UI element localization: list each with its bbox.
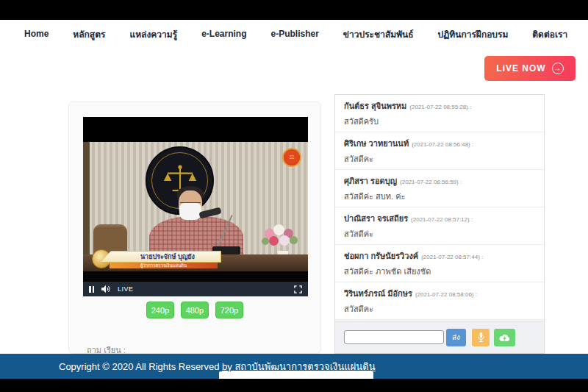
- chat-input[interactable]: [344, 330, 444, 344]
- speaker-title-banner: ผู้ว่าการตรวจเงินแผ่นดิน: [110, 263, 218, 268]
- chat-timestamp: (2021-07-22 08:57:12) :: [411, 216, 473, 223]
- chat-message: ศิริเกษ วาทยานนท์(2021-07-22 08:56:48) :…: [335, 132, 544, 170]
- microphone-icon: [477, 332, 485, 343]
- nav-item[interactable]: ติดต่อเรา: [532, 27, 567, 41]
- video-player[interactable]: ⚖: [83, 117, 308, 296]
- nav-item[interactable]: e-Publisher: [271, 29, 319, 39]
- broadcast-logo-icon: ⚖: [282, 148, 301, 167]
- chat-message: ปาณิสรา จรเสถียร(2021-07-22 08:57:12) : …: [335, 207, 544, 245]
- nav-item[interactable]: ปฏิทินการฝึกอบรม: [438, 27, 509, 41]
- video-letterbox-top: [83, 117, 308, 142]
- nav-item[interactable]: ข่าวประชาสัมพันธ์: [343, 27, 414, 41]
- top-navbar: Homeหลักสูตรแหล่งความรู้e-Learninge-Publ…: [0, 20, 588, 48]
- copyright-text: Copyright © 2020 All Rights Reserved: [59, 361, 219, 372]
- chat-timestamp: (2021-07-22 08:57:44) :: [421, 254, 483, 260]
- cloud-upload-icon: [498, 333, 511, 342]
- page: Homeหลักสูตรแหล่งความรู้e-Learninge-Publ…: [0, 0, 588, 392]
- chat-author: ช่อผกา กรัษนัยรวิวงค์: [344, 252, 418, 260]
- chat-author: ปาณิสรา จรเสถียร: [344, 214, 408, 223]
- speaker-name: นายประจักษ์ บุญยัง: [127, 252, 195, 262]
- bottom-letterbox: [0, 379, 588, 392]
- video-letterbox-bottom: [83, 271, 308, 282]
- chat-author: ศุภิสรา รอดบุญ: [344, 177, 397, 185]
- send-button[interactable]: ส่ง: [446, 329, 466, 346]
- video-controls-bar: LIVE: [83, 282, 308, 296]
- quality-button[interactable]: 480p: [181, 302, 209, 318]
- chat-text: สวัสดีค่ะ สบท. ค่ะ: [344, 190, 535, 203]
- chat-timestamp: (2021-07-22 08:55:28) :: [409, 104, 471, 110]
- pause-icon[interactable]: [89, 286, 94, 293]
- chat-author: ศิริเกษ วาทยานนท์: [344, 139, 409, 148]
- chat-message: ศุภิสรา รอดบุญ(2021-07-22 08:56:59) : สว…: [335, 170, 544, 207]
- quality-button[interactable]: 240p: [146, 302, 174, 318]
- nav-item[interactable]: แหล่งความรู้: [129, 27, 177, 41]
- speaker-name-banner: นายประจักษ์ บุญยัง: [101, 251, 221, 263]
- chat-timestamp: (2021-07-22 08:58:06) :: [415, 291, 477, 298]
- chat-author: วิรินทร์ภรณ์ มีอักษร: [344, 289, 412, 298]
- microphone-button[interactable]: [472, 329, 490, 346]
- upload-button[interactable]: [494, 329, 515, 346]
- video-card: ⚖: [68, 101, 321, 354]
- chat-message: กันต์ธร สุจินพรหม(2021-07-22 08:55:28) :…: [335, 95, 544, 132]
- quality-button[interactable]: 720p: [215, 302, 243, 318]
- chat-text: สวัสดีครับ: [344, 115, 535, 128]
- nav-item[interactable]: หลักสูตร: [73, 27, 105, 41]
- live-now-label: LiVE NOW: [496, 63, 545, 74]
- video-scene: ⚖: [83, 142, 308, 271]
- speaker-face-mask: [179, 203, 201, 220]
- chat-text: สวัสดีคะ: [344, 302, 535, 316]
- volume-icon[interactable]: [101, 285, 111, 293]
- chat-message: วิรินทร์ภรณ์ มีอักษร(2021-07-22 08:58:06…: [335, 282, 544, 320]
- nav-item[interactable]: Home: [24, 29, 49, 39]
- chat-message-list[interactable]: กันต์ธร สุจินพรหม(2021-07-22 08:55:28) :…: [334, 94, 545, 321]
- arrow-right-circle-icon: →: [552, 63, 564, 74]
- speaker-title: ผู้ว่าการตรวจเงินแผ่นดิน: [140, 263, 187, 268]
- quality-selector: 240p480p720p: [69, 302, 320, 318]
- live-now-button[interactable]: LiVE NOW →: [484, 56, 576, 81]
- chat-message: ช่อผกา กรัษนัยรวิวงค์(2021-07-22 08:57:4…: [335, 245, 544, 282]
- chat-text: สวัสดีค่ะ: [344, 227, 535, 240]
- chat-input-bar: ส่ง: [334, 321, 545, 354]
- chat-text: สวัสดีค่ะ ภาพชัด เสียงชัด: [344, 265, 535, 278]
- chat-text: สวัสดีคะ: [344, 152, 535, 165]
- scene-wall-left: [83, 142, 90, 271]
- live-indicator: LIVE: [118, 285, 134, 293]
- fullscreen-icon[interactable]: [294, 285, 302, 293]
- chat-timestamp: (2021-07-22 08:56:59) :: [400, 179, 462, 185]
- chat-author: กันต์ธร สุจินพรหม: [344, 101, 406, 110]
- chat-timestamp: (2021-07-22 08:56:48) :: [412, 141, 473, 148]
- nav-item[interactable]: e-Learning: [201, 29, 246, 39]
